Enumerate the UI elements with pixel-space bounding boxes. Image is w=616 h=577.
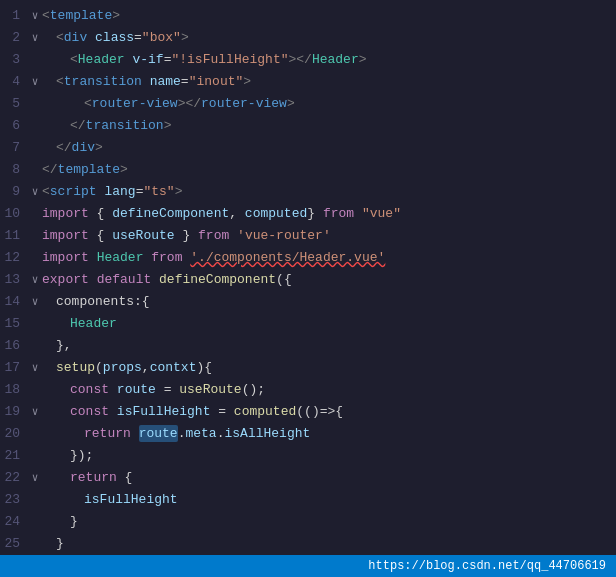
table-row: 15 Header (0, 312, 616, 334)
code-line-content: </transition> (42, 118, 608, 133)
router-tag: router (201, 96, 248, 111)
fold-arrow[interactable]: ∨ (28, 361, 42, 374)
line-number: 20 (0, 426, 28, 441)
table-row: 18 const route = useRoute(); (0, 378, 616, 400)
table-row: 9∨<script lang="ts"> (0, 180, 616, 202)
router-variable-highlight: route (139, 425, 178, 442)
table-row: 4∨<transition name="inout"> (0, 70, 616, 92)
table-row: 22∨return { (0, 466, 616, 488)
line-number: 21 (0, 448, 28, 463)
line-number: 3 (0, 52, 28, 67)
code-editor: 1∨<template>2∨<div class="box">3 <Header… (0, 0, 616, 577)
line-number: 1 (0, 8, 28, 23)
code-line-content: import { useRoute } from 'vue-router' (42, 228, 608, 243)
line-number: 17 (0, 360, 28, 375)
table-row: 1∨<template> (0, 4, 616, 26)
line-number: 4 (0, 74, 28, 89)
table-row: 19∨const isFullHeight = computed(()=>{ (0, 400, 616, 422)
code-line-content: const route = useRoute(); (42, 382, 608, 397)
code-line-content: Header (42, 316, 608, 331)
line-number: 23 (0, 492, 28, 507)
fold-arrow[interactable]: ∨ (28, 185, 42, 198)
code-line-content: components:{ (42, 294, 608, 309)
status-url: https://blog.csdn.net/qq_44706619 (368, 559, 606, 573)
fold-arrow[interactable]: ∨ (28, 471, 42, 484)
table-row: 13∨export default defineComponent({ (0, 268, 616, 290)
table-row: 2∨<div class="box"> (0, 26, 616, 48)
table-row: 24 } (0, 510, 616, 532)
line-number: 24 (0, 514, 28, 529)
status-bar: https://blog.csdn.net/qq_44706619 (0, 555, 616, 577)
line-number: 18 (0, 382, 28, 397)
code-area: 1∨<template>2∨<div class="box">3 <Header… (0, 0, 616, 555)
code-line-content: }, (42, 338, 608, 353)
code-line-content: <transition name="inout"> (42, 74, 608, 89)
code-line-content: } (42, 514, 608, 529)
table-row: 11 import { useRoute } from 'vue-router' (0, 224, 616, 246)
fold-arrow[interactable]: ∨ (28, 405, 42, 418)
table-row: 8 </template> (0, 158, 616, 180)
table-row: 3 <Header v-if="!isFullHeight"></Header> (0, 48, 616, 70)
line-number: 7 (0, 140, 28, 155)
code-line-content: }); (42, 448, 608, 463)
line-number: 19 (0, 404, 28, 419)
fold-arrow[interactable]: ∨ (28, 9, 42, 22)
code-line-content: isFullHeight (42, 492, 608, 507)
line-number: 14 (0, 294, 28, 309)
code-line-content: <div class="box"> (42, 30, 608, 45)
code-line-content: <Header v-if="!isFullHeight"></Header> (42, 52, 608, 67)
code-line-content: import Header from './components/Header.… (42, 250, 608, 265)
code-line-content: <router-view></router-view> (42, 96, 608, 111)
table-row: 10 import { defineComponent, computed} f… (0, 202, 616, 224)
table-row: 7 </div> (0, 136, 616, 158)
line-number: 11 (0, 228, 28, 243)
code-line-content: export default defineComponent({ (42, 272, 608, 287)
code-line-content: return { (42, 470, 608, 485)
import-path: './components/Header.vue' (190, 250, 385, 265)
code-line-content: </div> (42, 140, 608, 155)
code-line-content: <script lang="ts"> (42, 184, 608, 199)
table-row: 6 </transition> (0, 114, 616, 136)
table-row: 20 return route.meta.isAllHeight (0, 422, 616, 444)
line-number: 12 (0, 250, 28, 265)
code-line-content: import { defineComponent, computed} from… (42, 206, 608, 221)
table-row: 5 <router-view></router-view> (0, 92, 616, 114)
line-number: 5 (0, 96, 28, 111)
code-line-content: } (42, 536, 608, 551)
fold-arrow[interactable]: ∨ (28, 31, 42, 44)
table-row: 25 } (0, 532, 616, 554)
code-line-content: <template> (42, 8, 608, 23)
fold-arrow[interactable]: ∨ (28, 295, 42, 308)
line-number: 8 (0, 162, 28, 177)
table-row: 21 }); (0, 444, 616, 466)
line-number: 16 (0, 338, 28, 353)
line-number: 9 (0, 184, 28, 199)
fold-arrow[interactable]: ∨ (28, 273, 42, 286)
line-number: 2 (0, 30, 28, 45)
code-line-content: setup(props,contxt){ (42, 360, 608, 375)
code-line-content: </template> (42, 162, 608, 177)
code-line-content: const isFullHeight = computed(()=>{ (42, 404, 608, 419)
line-number: 6 (0, 118, 28, 133)
code-line-content: return route.meta.isAllHeight (42, 426, 608, 441)
line-number: 10 (0, 206, 28, 221)
line-number: 25 (0, 536, 28, 551)
fold-arrow[interactable]: ∨ (28, 75, 42, 88)
table-row: 12 import Header from './components/Head… (0, 246, 616, 268)
router-tag: router (92, 96, 139, 111)
table-row: 14∨components:{ (0, 290, 616, 312)
table-row: 17∨setup(props,contxt){ (0, 356, 616, 378)
table-row: 16 }, (0, 334, 616, 356)
line-number: 13 (0, 272, 28, 287)
table-row: 23 isFullHeight (0, 488, 616, 510)
line-number: 15 (0, 316, 28, 331)
line-number: 22 (0, 470, 28, 485)
